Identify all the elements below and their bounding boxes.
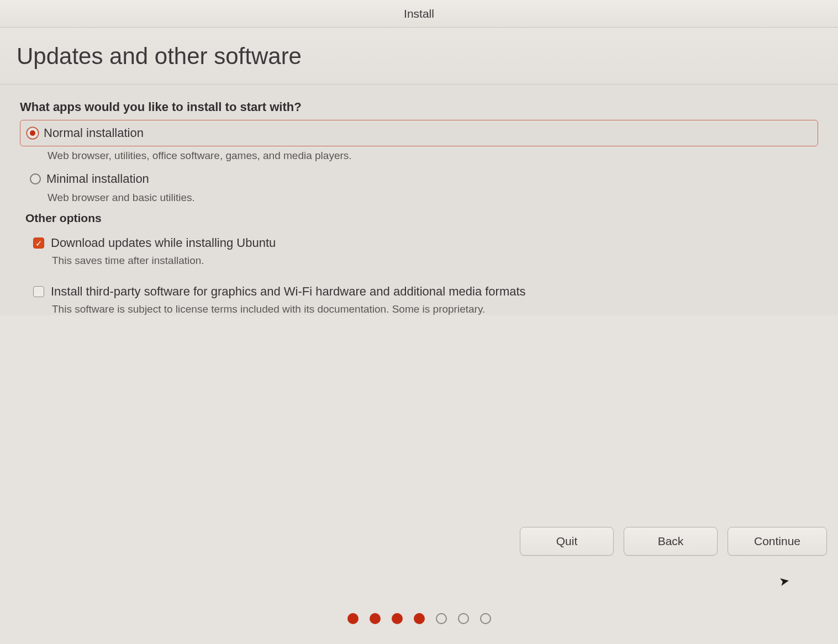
cursor-icon: ➤ [778, 574, 790, 590]
window-title: Install [404, 7, 434, 20]
pager-dot [392, 613, 403, 624]
window-titlebar: Install [0, 0, 838, 28]
radio-option-minimal[interactable]: Minimal installation [29, 170, 818, 188]
back-button[interactable]: Back [624, 527, 718, 556]
checkbox-label-thirdparty: Install third-party software for graphic… [51, 284, 526, 299]
radio-desc-normal: Web browser, utilities, office software,… [48, 150, 818, 162]
checkbox-icon [33, 286, 44, 297]
footer-buttons: Quit Back Continue [520, 527, 827, 556]
checkbox-desc-thirdparty: This software is subject to license term… [52, 303, 818, 315]
pager-dot [370, 613, 381, 624]
page-heading: Updates and other software [17, 43, 821, 70]
page-header: Updates and other software [0, 28, 838, 85]
checkbox-option-updates[interactable]: ✓ Download updates while installing Ubun… [20, 235, 818, 251]
checkbox-desc-updates: This saves time after installation. [52, 255, 818, 267]
radio-label-normal: Normal installation [44, 126, 144, 140]
pager-dot [414, 613, 425, 624]
other-options-title: Other options [25, 212, 818, 225]
radio-option-normal[interactable]: Normal installation [20, 120, 818, 146]
pager-dot [458, 613, 469, 624]
radio-icon [30, 173, 41, 184]
radio-label-minimal: Minimal installation [46, 172, 149, 186]
apps-question: What apps would you like to install to s… [20, 100, 818, 114]
pager-dot [347, 613, 359, 624]
content-area: What apps would you like to install to s… [0, 85, 838, 315]
checkbox-option-thirdparty[interactable]: Install third-party software for graphic… [20, 283, 818, 300]
step-pager [347, 613, 491, 624]
quit-button[interactable]: Quit [520, 527, 614, 556]
pager-dot [480, 613, 491, 624]
checkbox-icon: ✓ [33, 237, 44, 249]
continue-button[interactable]: Continue [728, 527, 827, 556]
radio-icon [27, 128, 38, 139]
pager-dot [436, 613, 447, 624]
check-icon: ✓ [35, 239, 43, 247]
checkbox-label-updates: Download updates while installing Ubuntu [51, 236, 276, 250]
radio-desc-minimal: Web browser and basic utilities. [48, 192, 818, 204]
